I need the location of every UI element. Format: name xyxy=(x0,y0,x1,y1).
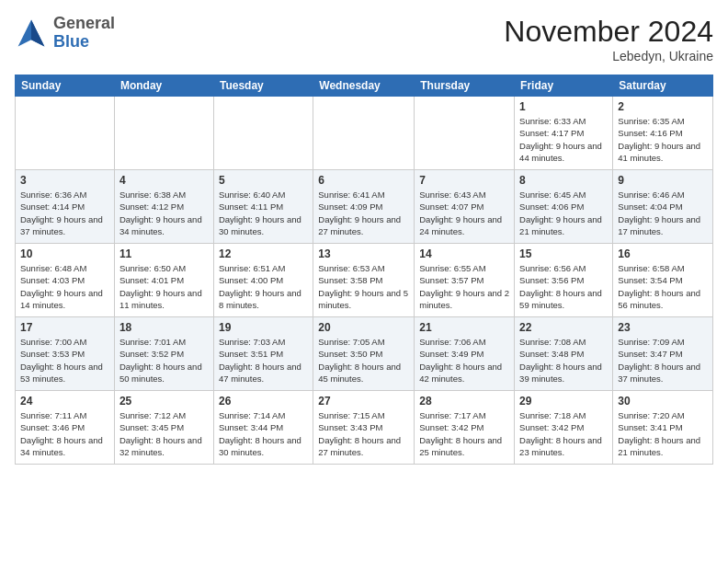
day-info-12: Sunrise: 6:51 AM Sunset: 4:00 PM Dayligh… xyxy=(219,262,308,311)
day-num-30: 30 xyxy=(618,395,708,408)
week-row-2: 10Sunrise: 6:48 AM Sunset: 4:03 PM Dayli… xyxy=(16,244,713,317)
day-info-17: Sunrise: 7:00 AM Sunset: 3:53 PM Dayligh… xyxy=(20,336,109,385)
day-info-26: Sunrise: 7:14 AM Sunset: 3:44 PM Dayligh… xyxy=(219,409,308,458)
day-num-16: 16 xyxy=(618,247,708,260)
week-row-1: 3Sunrise: 6:36 AM Sunset: 4:14 PM Daylig… xyxy=(16,170,713,244)
logo-blue-text: Blue xyxy=(53,32,89,51)
day-num-21: 21 xyxy=(419,321,509,334)
cell-4-2: 26Sunrise: 7:14 AM Sunset: 3:44 PM Dayli… xyxy=(213,391,313,465)
cell-4-1: 25Sunrise: 7:12 AM Sunset: 3:45 PM Dayli… xyxy=(114,391,213,465)
day-num-28: 28 xyxy=(419,395,509,408)
day-num-2: 2 xyxy=(618,100,708,113)
cell-1-2: 5Sunrise: 6:40 AM Sunset: 4:11 PM Daylig… xyxy=(213,170,313,244)
day-info-5: Sunrise: 6:40 AM Sunset: 4:11 PM Dayligh… xyxy=(219,189,308,237)
header-sunday: Sunday xyxy=(16,75,115,97)
day-info-8: Sunrise: 6:45 AM Sunset: 4:06 PM Dayligh… xyxy=(519,189,608,237)
cell-0-0 xyxy=(16,97,115,170)
day-num-13: 13 xyxy=(318,247,409,260)
header-saturday: Saturday xyxy=(613,75,713,97)
calendar-table: Sunday Monday Tuesday Wednesday Thursday… xyxy=(15,75,713,465)
cell-4-4: 28Sunrise: 7:17 AM Sunset: 3:42 PM Dayli… xyxy=(415,391,515,465)
header-friday: Friday xyxy=(515,75,613,97)
day-num-25: 25 xyxy=(119,395,209,408)
cell-2-4: 14Sunrise: 6:55 AM Sunset: 3:57 PM Dayli… xyxy=(415,244,515,317)
week-row-0: 1Sunrise: 6:33 AM Sunset: 4:17 PM Daylig… xyxy=(16,97,713,170)
cell-3-1: 18Sunrise: 7:01 AM Sunset: 3:52 PM Dayli… xyxy=(114,317,213,391)
cell-1-3: 6Sunrise: 6:41 AM Sunset: 4:09 PM Daylig… xyxy=(313,170,415,244)
day-info-10: Sunrise: 6:48 AM Sunset: 4:03 PM Dayligh… xyxy=(20,262,109,311)
svg-marker-1 xyxy=(31,19,44,46)
page: General Blue November 2024 Lebedyn, Ukra… xyxy=(0,0,728,563)
logo-general-text: General xyxy=(53,14,115,32)
day-num-11: 11 xyxy=(119,247,209,260)
calendar-header-row: Sunday Monday Tuesday Wednesday Thursday… xyxy=(16,75,713,97)
day-info-16: Sunrise: 6:58 AM Sunset: 3:54 PM Dayligh… xyxy=(618,262,708,311)
day-num-15: 15 xyxy=(519,247,608,260)
cell-0-6: 2Sunrise: 6:35 AM Sunset: 4:16 PM Daylig… xyxy=(613,97,713,170)
day-num-22: 22 xyxy=(519,321,608,334)
day-info-25: Sunrise: 7:12 AM Sunset: 3:45 PM Dayligh… xyxy=(119,409,209,458)
cell-2-6: 16Sunrise: 6:58 AM Sunset: 3:54 PM Dayli… xyxy=(613,244,713,317)
week-row-3: 17Sunrise: 7:00 AM Sunset: 3:53 PM Dayli… xyxy=(16,317,713,391)
day-num-23: 23 xyxy=(618,321,708,334)
day-num-4: 4 xyxy=(119,174,209,187)
day-info-30: Sunrise: 7:20 AM Sunset: 3:41 PM Dayligh… xyxy=(618,409,708,458)
cell-4-3: 27Sunrise: 7:15 AM Sunset: 3:43 PM Dayli… xyxy=(313,391,415,465)
cell-3-6: 23Sunrise: 7:09 AM Sunset: 3:47 PM Dayli… xyxy=(613,317,713,391)
location: Lebedyn, Ukraine xyxy=(504,49,713,63)
day-info-22: Sunrise: 7:08 AM Sunset: 3:48 PM Dayligh… xyxy=(519,336,608,385)
day-info-11: Sunrise: 6:50 AM Sunset: 4:01 PM Dayligh… xyxy=(119,262,209,311)
cell-4-0: 24Sunrise: 7:11 AM Sunset: 3:46 PM Dayli… xyxy=(16,391,115,465)
day-info-29: Sunrise: 7:18 AM Sunset: 3:42 PM Dayligh… xyxy=(519,409,608,458)
cell-1-5: 8Sunrise: 6:45 AM Sunset: 4:06 PM Daylig… xyxy=(515,170,613,244)
day-info-7: Sunrise: 6:43 AM Sunset: 4:07 PM Dayligh… xyxy=(419,189,509,237)
day-num-12: 12 xyxy=(219,247,308,260)
day-num-1: 1 xyxy=(519,100,608,113)
day-info-20: Sunrise: 7:05 AM Sunset: 3:50 PM Dayligh… xyxy=(318,336,409,385)
week-row-4: 24Sunrise: 7:11 AM Sunset: 3:46 PM Dayli… xyxy=(16,391,713,465)
day-info-27: Sunrise: 7:15 AM Sunset: 3:43 PM Dayligh… xyxy=(318,409,409,458)
day-info-6: Sunrise: 6:41 AM Sunset: 4:09 PM Dayligh… xyxy=(318,189,409,237)
day-info-15: Sunrise: 6:56 AM Sunset: 3:56 PM Dayligh… xyxy=(519,262,608,311)
cell-3-0: 17Sunrise: 7:00 AM Sunset: 3:53 PM Dayli… xyxy=(16,317,115,391)
cell-1-1: 4Sunrise: 6:38 AM Sunset: 4:12 PM Daylig… xyxy=(114,170,213,244)
cell-1-6: 9Sunrise: 6:46 AM Sunset: 4:04 PM Daylig… xyxy=(613,170,713,244)
day-info-4: Sunrise: 6:38 AM Sunset: 4:12 PM Dayligh… xyxy=(119,189,209,237)
day-num-8: 8 xyxy=(519,174,608,187)
cell-3-4: 21Sunrise: 7:06 AM Sunset: 3:49 PM Dayli… xyxy=(415,317,515,391)
cell-0-3 xyxy=(313,97,415,170)
day-num-6: 6 xyxy=(318,174,409,187)
cell-4-5: 29Sunrise: 7:18 AM Sunset: 3:42 PM Dayli… xyxy=(515,391,613,465)
cell-2-5: 15Sunrise: 6:56 AM Sunset: 3:56 PM Dayli… xyxy=(515,244,613,317)
month-title: November 2024 xyxy=(504,15,713,49)
day-info-21: Sunrise: 7:06 AM Sunset: 3:49 PM Dayligh… xyxy=(419,336,509,385)
day-info-3: Sunrise: 6:36 AM Sunset: 4:14 PM Dayligh… xyxy=(20,189,109,237)
header: General Blue November 2024 Lebedyn, Ukra… xyxy=(15,15,713,63)
day-info-23: Sunrise: 7:09 AM Sunset: 3:47 PM Dayligh… xyxy=(618,336,708,385)
cell-2-3: 13Sunrise: 6:53 AM Sunset: 3:58 PM Dayli… xyxy=(313,244,415,317)
day-num-27: 27 xyxy=(318,395,409,408)
day-info-19: Sunrise: 7:03 AM Sunset: 3:51 PM Dayligh… xyxy=(219,336,308,385)
day-info-28: Sunrise: 7:17 AM Sunset: 3:42 PM Dayligh… xyxy=(419,409,509,458)
day-num-26: 26 xyxy=(219,395,308,408)
title-block: November 2024 Lebedyn, Ukraine xyxy=(504,15,713,63)
cell-4-6: 30Sunrise: 7:20 AM Sunset: 3:41 PM Dayli… xyxy=(613,391,713,465)
day-num-10: 10 xyxy=(20,247,109,260)
logo: General Blue xyxy=(15,15,115,52)
day-info-14: Sunrise: 6:55 AM Sunset: 3:57 PM Dayligh… xyxy=(419,262,509,311)
cell-0-4 xyxy=(415,97,515,170)
day-num-24: 24 xyxy=(20,395,109,408)
cell-0-2 xyxy=(213,97,313,170)
header-monday: Monday xyxy=(114,75,213,97)
cell-2-1: 11Sunrise: 6:50 AM Sunset: 4:01 PM Dayli… xyxy=(114,244,213,317)
cell-3-3: 20Sunrise: 7:05 AM Sunset: 3:50 PM Dayli… xyxy=(313,317,415,391)
day-info-9: Sunrise: 6:46 AM Sunset: 4:04 PM Dayligh… xyxy=(618,189,708,237)
day-info-13: Sunrise: 6:53 AM Sunset: 3:58 PM Dayligh… xyxy=(318,262,409,311)
day-num-14: 14 xyxy=(419,247,509,260)
header-tuesday: Tuesday xyxy=(213,75,313,97)
cell-1-4: 7Sunrise: 6:43 AM Sunset: 4:07 PM Daylig… xyxy=(415,170,515,244)
day-num-20: 20 xyxy=(318,321,409,334)
day-info-24: Sunrise: 7:11 AM Sunset: 3:46 PM Dayligh… xyxy=(20,409,109,458)
logo-icon xyxy=(15,17,48,50)
day-num-29: 29 xyxy=(519,395,608,408)
